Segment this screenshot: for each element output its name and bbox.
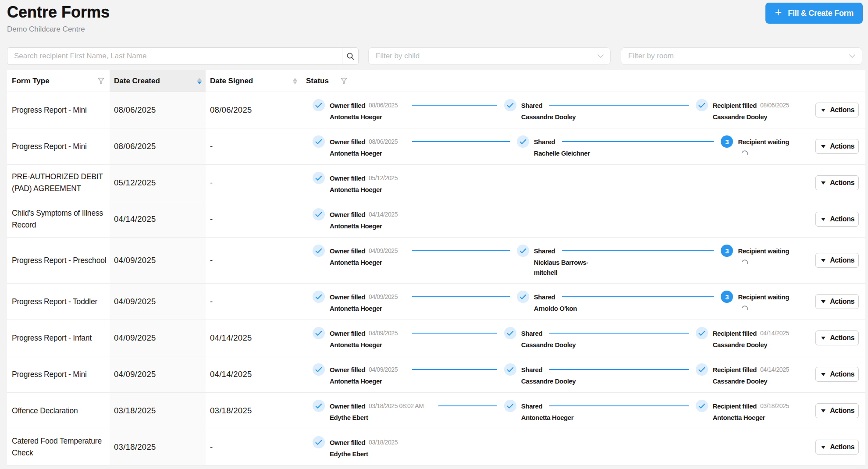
step-date: 04/09/2025 <box>369 293 398 300</box>
step-content: Shared Antonetta Hoeger <box>521 401 696 423</box>
form-type-text: Progress Report - Mini <box>12 104 87 116</box>
status-cell: Owner filled 08/06/2025 Antonetta Hoeger… <box>302 128 800 164</box>
actions-button-label: Actions <box>830 407 854 415</box>
actions-button[interactable]: Actions <box>815 294 859 309</box>
step-content: Shared Arnoldo O'kon <box>534 291 721 313</box>
step-content: Owner filled 04/09/2025 Antonetta Hoeger <box>330 245 517 267</box>
table-body: Progress Report - Mini 08/06/2025 08/06/… <box>7 92 865 465</box>
step-title-row: Owner filled 03/18/2025 <box>330 437 398 448</box>
actions-button[interactable]: Actions <box>815 139 859 154</box>
step-icon <box>313 99 325 111</box>
step-date: 05/12/2025 <box>369 174 398 181</box>
filter-by-child-select[interactable]: Filter by child <box>368 47 611 65</box>
actions-button[interactable]: Actions <box>815 103 859 117</box>
actions-cell: Actions <box>800 238 865 283</box>
forms-table: Form Type Date Created Date Signed <box>7 70 865 465</box>
date-signed-text: - <box>210 214 213 224</box>
step-person-name: Rachelle Gleichner <box>534 148 609 158</box>
step-title-row: Owner filled 04/09/2025 <box>330 291 517 302</box>
chevron-down-icon <box>849 54 856 58</box>
fill-create-form-label: Fill & Create Form <box>788 9 854 18</box>
step-person-name: Antonetta Hoeger <box>330 112 405 122</box>
actions-cell: Actions <box>800 429 865 465</box>
step-content: Owner filled 03/18/2025 08:02 AM Edythe … <box>330 401 504 423</box>
form-type-text: PRE-AUTHORIZED DEBIT (PAD) AGREEMENT <box>12 171 109 195</box>
search-input[interactable] <box>7 48 342 64</box>
filter-funnel-icon[interactable] <box>98 78 104 84</box>
step-label: Owner filled <box>330 138 365 146</box>
form-type-text: Progress Report - Infant <box>12 332 92 344</box>
step-person-name: Edythe Ebert <box>330 449 398 459</box>
step-label: Shared <box>521 402 542 410</box>
actions-button[interactable]: Actions <box>815 253 859 268</box>
actions-cell: Actions <box>800 165 865 201</box>
column-header-date-signed[interactable]: Date Signed <box>206 70 302 92</box>
step-person-name: Arnoldo O'kon <box>534 303 609 313</box>
step-connector-line <box>562 250 714 251</box>
chevron-down-icon <box>597 54 604 58</box>
step-spinner-row <box>738 303 789 313</box>
status-steps: Owner filled 04/14/2025 Antonetta Hoeger <box>313 209 789 231</box>
loading-spinner-icon <box>741 150 748 157</box>
status-step: Shared Cassandre Dooley <box>504 100 696 122</box>
step-label: Shared <box>534 293 555 301</box>
check-icon <box>315 103 322 108</box>
step-icon <box>504 327 516 339</box>
step-person-name: Cassandre Dooley <box>713 376 788 386</box>
form-type-text: Progress Report - Toddler <box>12 296 97 308</box>
step-icon <box>313 245 325 257</box>
date-created-cell: 04/09/2025 <box>110 356 206 392</box>
step-label: Owner filled <box>330 330 365 337</box>
column-header-status[interactable]: Status <box>302 70 800 92</box>
date-signed-cell: - <box>206 429 302 465</box>
actions-cell: Actions <box>800 284 865 320</box>
status-step: Owner filled 04/09/2025 Antonetta Hoeger <box>313 291 517 313</box>
step-date: 08/06/2025 <box>369 102 398 109</box>
filter-by-room-select[interactable]: Filter by room <box>621 47 862 65</box>
step-icon <box>313 208 325 220</box>
step-content: Recipient waiting <box>738 291 789 313</box>
sort-carets-date-signed[interactable] <box>293 78 297 84</box>
check-icon <box>519 139 526 145</box>
filter-funnel-icon[interactable] <box>341 78 347 84</box>
actions-button[interactable]: Actions <box>815 440 859 455</box>
check-icon <box>315 403 322 409</box>
form-type-header-label: Form Type <box>12 77 50 85</box>
actions-button[interactable]: Actions <box>815 175 859 190</box>
step-label: Recipient filled <box>713 366 757 373</box>
page-title: Centre Forms <box>7 4 863 21</box>
table-header-row: Form Type Date Created Date Signed <box>7 70 865 92</box>
step-spinner-row <box>738 148 789 158</box>
step-content: Recipient filled 04/14/2025 Cassandre Do… <box>713 328 789 350</box>
sort-carets-date-created[interactable] <box>197 78 202 84</box>
step-content: Owner filled 04/09/2025 Antonetta Hoeger <box>330 291 517 313</box>
step-icon <box>313 327 325 339</box>
table-row: Child's Symptoms of Illness Record 04/14… <box>7 201 865 238</box>
step-person-name: Antonetta Hoeger <box>330 185 398 195</box>
date-signed-cell: 04/14/2025 <box>206 356 302 392</box>
step-title-row: Owner filled 04/09/2025 <box>330 245 517 256</box>
fill-create-form-button[interactable]: + Fill & Create Form <box>765 3 863 24</box>
step-person-name: Antonetta Hoeger <box>713 412 788 423</box>
status-header-label: Status <box>306 77 329 85</box>
date-created-cell: 03/18/2025 <box>110 393 206 429</box>
step-title-row: Owner filled 05/12/2025 <box>330 173 398 183</box>
actions-button[interactable]: Actions <box>815 367 859 382</box>
table-row: PRE-AUTHORIZED DEBIT (PAD) AGREEMENT 05/… <box>7 165 865 201</box>
actions-button[interactable]: Actions <box>815 330 859 345</box>
date-signed-text: 08/06/2025 <box>210 105 252 115</box>
column-header-date-created[interactable]: Date Created <box>110 70 206 92</box>
step-connector-line <box>549 405 688 406</box>
actions-button[interactable]: Actions <box>815 403 859 418</box>
column-header-form-type[interactable]: Form Type <box>7 70 110 92</box>
caret-down-icon <box>821 446 825 449</box>
actions-button[interactable]: Actions <box>815 212 859 227</box>
step-title-row: Recipient filled 08/06/2025 <box>713 100 789 110</box>
date-signed-cell: - <box>206 238 302 283</box>
search-button[interactable] <box>342 48 358 64</box>
step-title-row: Shared <box>534 136 721 147</box>
step-label: Shared <box>521 330 542 337</box>
step-content: Owner filled 04/09/2025 Antonetta Hoeger <box>330 364 504 386</box>
centre-forms-page: Centre Forms Demo Childcare Centre + Fil… <box>0 0 868 469</box>
date-signed-text: - <box>210 297 213 306</box>
